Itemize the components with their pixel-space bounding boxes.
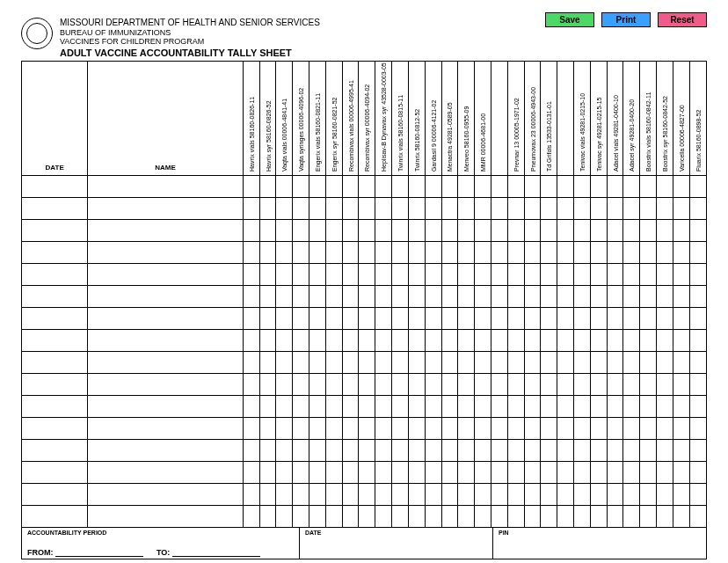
cell[interactable] — [425, 417, 441, 439]
cell[interactable] — [441, 483, 458, 505]
cell[interactable] — [507, 373, 524, 395]
cell[interactable] — [375, 219, 392, 241]
cell[interactable] — [673, 395, 689, 417]
cell[interactable] — [507, 351, 524, 373]
cell[interactable] — [524, 373, 541, 395]
cell[interactable] — [623, 417, 640, 439]
cell[interactable] — [623, 439, 640, 461]
cell[interactable] — [689, 263, 706, 285]
cell[interactable] — [342, 219, 359, 241]
cell[interactable] — [475, 329, 491, 351]
cell[interactable] — [657, 241, 673, 263]
cell[interactable] — [507, 505, 524, 527]
cell[interactable] — [673, 439, 689, 461]
cell[interactable] — [276, 219, 293, 241]
cell[interactable] — [22, 219, 88, 241]
cell[interactable] — [392, 175, 409, 197]
cell[interactable] — [441, 439, 458, 461]
cell[interactable] — [623, 197, 640, 219]
cell[interactable] — [441, 461, 458, 483]
cell[interactable] — [342, 329, 359, 351]
cell[interactable] — [425, 505, 441, 527]
cell[interactable] — [541, 307, 557, 329]
cell[interactable] — [475, 263, 491, 285]
cell[interactable] — [408, 439, 425, 461]
cell[interactable] — [557, 263, 574, 285]
cell[interactable] — [276, 373, 293, 395]
cell[interactable] — [441, 417, 458, 439]
cell[interactable] — [657, 351, 673, 373]
cell[interactable] — [259, 197, 276, 219]
cell[interactable] — [88, 329, 244, 351]
cell[interactable] — [640, 175, 657, 197]
cell[interactable] — [574, 329, 591, 351]
cell[interactable] — [541, 351, 557, 373]
cell[interactable] — [88, 197, 244, 219]
cell[interactable] — [607, 351, 623, 373]
cell[interactable] — [342, 307, 359, 329]
cell[interactable] — [441, 351, 458, 373]
cell[interactable] — [657, 373, 673, 395]
cell[interactable] — [673, 505, 689, 527]
cell[interactable] — [425, 175, 441, 197]
cell[interactable] — [541, 461, 557, 483]
cell[interactable] — [507, 395, 524, 417]
cell[interactable] — [607, 505, 623, 527]
cell[interactable] — [375, 439, 392, 461]
cell[interactable] — [574, 263, 591, 285]
cell[interactable] — [557, 417, 574, 439]
cell[interactable] — [507, 483, 524, 505]
cell[interactable] — [392, 505, 409, 527]
cell[interactable] — [475, 285, 491, 307]
cell[interactable] — [259, 439, 276, 461]
cell[interactable] — [541, 483, 557, 505]
cell[interactable] — [392, 483, 409, 505]
cell[interactable] — [491, 175, 507, 197]
cell[interactable] — [408, 241, 425, 263]
cell[interactable] — [574, 285, 591, 307]
cell[interactable] — [243, 263, 259, 285]
cell[interactable] — [408, 351, 425, 373]
cell[interactable] — [574, 505, 591, 527]
cell[interactable] — [689, 219, 706, 241]
cell[interactable] — [689, 175, 706, 197]
print-button[interactable]: Print — [601, 12, 651, 27]
cell[interactable] — [88, 395, 244, 417]
cell[interactable] — [557, 395, 574, 417]
cell[interactable] — [276, 417, 293, 439]
cell[interactable] — [375, 483, 392, 505]
cell[interactable] — [392, 219, 409, 241]
cell[interactable] — [507, 285, 524, 307]
cell[interactable] — [507, 307, 524, 329]
cell[interactable] — [309, 175, 326, 197]
cell[interactable] — [325, 285, 342, 307]
cell[interactable] — [309, 307, 326, 329]
cell[interactable] — [574, 373, 591, 395]
cell[interactable] — [590, 329, 607, 351]
cell[interactable] — [689, 285, 706, 307]
cell[interactable] — [623, 263, 640, 285]
cell[interactable] — [22, 439, 88, 461]
cell[interactable] — [458, 219, 475, 241]
cell[interactable] — [607, 241, 623, 263]
cell[interactable] — [425, 197, 441, 219]
cell[interactable] — [359, 461, 375, 483]
cell[interactable] — [259, 505, 276, 527]
cell[interactable] — [293, 219, 309, 241]
cell[interactable] — [392, 307, 409, 329]
cell[interactable] — [259, 329, 276, 351]
cell[interactable] — [392, 241, 409, 263]
cell[interactable] — [276, 285, 293, 307]
cell[interactable] — [408, 417, 425, 439]
cell[interactable] — [491, 395, 507, 417]
cell[interactable] — [309, 241, 326, 263]
cell[interactable] — [359, 219, 375, 241]
cell[interactable] — [607, 307, 623, 329]
cell[interactable] — [441, 395, 458, 417]
cell[interactable] — [607, 263, 623, 285]
cell[interactable] — [458, 351, 475, 373]
cell[interactable] — [392, 285, 409, 307]
cell[interactable] — [425, 395, 441, 417]
cell[interactable] — [441, 219, 458, 241]
cell[interactable] — [243, 483, 259, 505]
